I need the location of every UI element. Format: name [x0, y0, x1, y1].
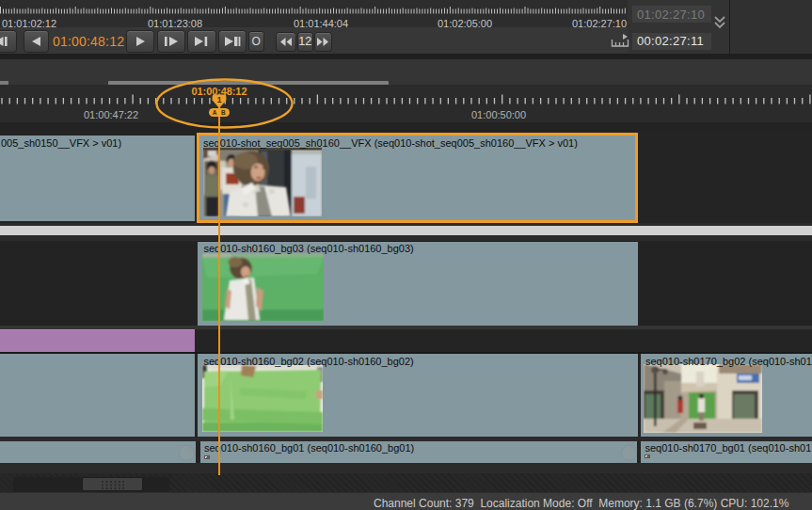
svg-text:1: 1: [217, 95, 222, 104]
